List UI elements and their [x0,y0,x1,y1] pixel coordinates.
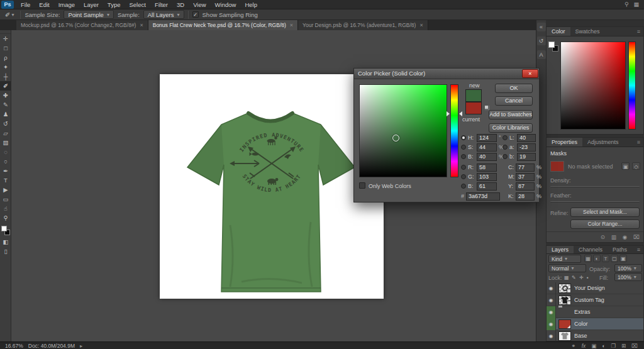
b2-radio[interactable] [461,184,466,189]
hex-input[interactable] [466,192,500,201]
quick-selection-tool[interactable]: ✦ [0,62,11,72]
panel-menu-icon[interactable]: ≡ [637,27,643,36]
history-panel-icon[interactable]: ↺ [537,36,546,45]
blend-mode-dropdown[interactable]: Normal▾ [548,264,586,272]
panel-menu-icon[interactable]: ≡ [637,138,643,147]
add-pixel-mask-icon[interactable]: ▣ [621,162,630,170]
lock-pixels-icon[interactable]: ✎ [572,275,576,280]
artboard[interactable]: INSPIRED ADVENTURE STAY WILD AT HEART [160,74,384,299]
screen-mode-button[interactable]: ▯ [0,247,11,256]
web-safe-cube-icon[interactable] [484,105,489,109]
current-color-swatch[interactable] [465,102,482,114]
only-web-colors-checkbox[interactable] [359,182,365,189]
layer-filter-kind-dropdown[interactable]: Kind▾ [548,255,581,263]
hue-slider-left-arrow-icon[interactable] [447,111,450,116]
sample-dropdown[interactable]: All Layers▾ [143,10,184,19]
opacity-dropdown[interactable]: 100%▾ [614,264,642,272]
type-tool[interactable]: T [0,175,11,185]
history-brush-tool[interactable]: ↺ [0,119,11,128]
dialog-title[interactable]: Color Picker (Solid Color) [354,69,539,79]
tab-paths[interactable]: Paths [608,246,632,253]
tab-adjustments[interactable]: Adjustments [582,138,624,147]
filter-pixel-layers-icon[interactable]: ▦ [584,255,592,262]
blur-tool[interactable]: ◌ [0,147,11,157]
saturation-brightness-field[interactable] [560,42,626,130]
filter-shape-layers-icon[interactable]: ▢ [611,255,618,262]
move-tool[interactable]: ✛ [0,34,11,43]
tab-your-design-psb[interactable]: Your Design.psb @ 16.7% (adventure1, RGB… [298,20,428,30]
layer-visibility-toggle[interactable]: ◉ [547,294,556,306]
tab-properties[interactable]: Properties [547,138,582,147]
menu-layer[interactable]: Layer [79,0,103,9]
zoom-level-input[interactable]: 16.67% [5,343,23,349]
adjustment-layer-icon[interactable]: ◐ [602,343,605,349]
rectangular-marquee-tool[interactable]: □ [0,43,11,53]
lock-transparency-icon[interactable]: ▦ [564,275,569,280]
fill-layer-thumbnail[interactable] [558,319,571,329]
show-sampling-ring-checkbox[interactable]: ✓ [192,11,199,18]
mask-apply-icon[interactable]: ▥ [611,234,616,240]
layer-style-icon[interactable]: fx [582,343,586,349]
pen-tool[interactable]: ✒ [0,166,11,175]
m-input[interactable] [516,173,535,181]
quick-mask-button[interactable]: ◧ [0,237,11,247]
l-radio[interactable] [502,135,508,140]
layer-group-thumbnail[interactable] [558,307,571,317]
r-input[interactable] [477,163,497,172]
b-input[interactable] [477,153,497,161]
h-input[interactable] [477,134,497,142]
dodge-tool[interactable]: ○ [0,157,11,166]
mask-toggle-icon[interactable]: ◉ [623,234,627,240]
ok-button[interactable]: OK [495,84,533,93]
layer-row-your-design[interactable]: ◉ Your Design [547,282,643,294]
b-lab-input[interactable] [517,153,536,161]
tab-channels[interactable]: Channels [574,246,608,253]
hand-tool[interactable]: ☝ [0,204,11,213]
h-radio[interactable] [461,135,466,140]
menu-filter[interactable]: Filter [150,0,172,9]
gradient-tool[interactable]: ▧ [0,138,11,147]
c-input[interactable] [516,163,535,172]
select-and-mask-button[interactable]: Select and Mask... [570,208,640,217]
foreground-color-swatch[interactable] [1,226,7,231]
hue-slider[interactable] [450,84,458,177]
menu-type[interactable]: Type [103,0,125,9]
color-field-cursor[interactable] [392,135,399,141]
link-layers-icon[interactable]: ⚭ [572,343,576,349]
k-input[interactable] [516,192,535,201]
sample-size-dropdown[interactable]: Point Sample▾ [64,10,114,19]
tab-bonus-flat-crew-neck-tee-psd[interactable]: Bonus Flat Crew Neck Tee.psd @ 16.7% (Co… [148,20,298,30]
layer-row-custom-tag[interactable]: ◉ Custom Tag [547,294,643,306]
layer-thumbnail[interactable] [558,284,571,293]
close-dialog-button[interactable]: × [522,69,538,78]
menu-view[interactable]: View [189,0,210,9]
color-libraries-button[interactable]: Color Libraries [489,123,533,133]
tab-mockup-psd[interactable]: Mockup.psd @ 16.7% (Color Change2, RGB/8… [16,20,148,30]
layer-thumbnail[interactable] [558,296,571,305]
clone-stamp-tool[interactable]: ♟ [0,109,11,119]
add-vector-mask-icon[interactable]: ◇ [632,162,640,170]
density-slider[interactable] [550,186,640,187]
layer-row-extras[interactable]: ◉ Extras [547,306,643,318]
menu-edit[interactable]: Edit [35,0,53,9]
layer-visibility-toggle[interactable]: ◉ [547,330,556,342]
layer-row-base[interactable]: ◉ Base [547,330,643,342]
cancel-button[interactable]: Cancel [495,96,533,106]
hue-slider-right-arrow-icon[interactable] [459,111,462,116]
add-to-swatches-button[interactable]: Add to Swatches [489,110,533,119]
menu-select[interactable]: Select [125,0,150,9]
foreground-mini-swatch[interactable] [548,42,555,48]
brush-tool[interactable]: ✎ [0,100,11,109]
eyedropper-tool[interactable]: ✐ [0,81,11,91]
l-input[interactable] [517,134,536,142]
fill-dropdown[interactable]: 100%▾ [614,273,642,281]
expand-panels-icon[interactable]: « [537,23,546,31]
menu-3d[interactable]: 3D [172,0,189,9]
s-input[interactable] [477,143,497,152]
path-selection-tool[interactable]: ▶ [0,185,11,194]
g-input[interactable] [477,173,497,181]
a-radio[interactable] [502,145,508,150]
close-tab-icon[interactable]: × [140,22,143,28]
menu-image[interactable]: Image [54,0,79,9]
feather-slider[interactable] [550,201,640,202]
